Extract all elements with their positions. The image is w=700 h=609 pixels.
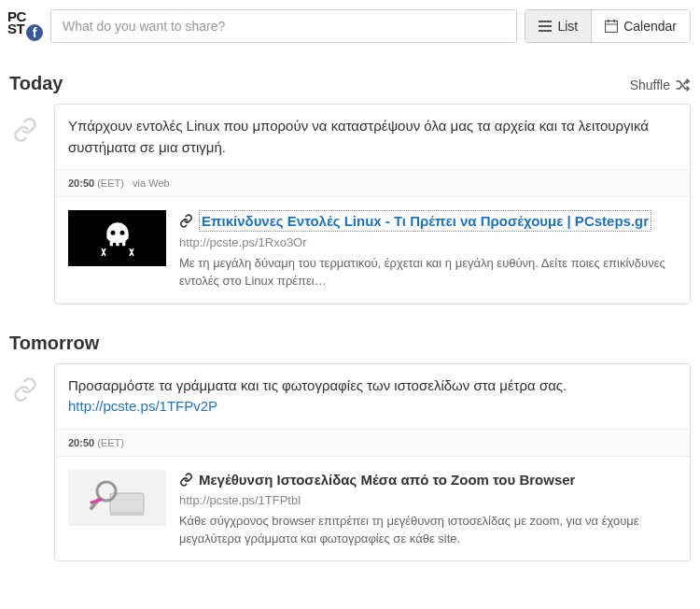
attachment-title-link[interactable]: Επικίνδυνες Εντολές Linux - Τι Πρέπει να…	[199, 210, 651, 232]
link-type-icon	[9, 363, 41, 403]
shuffle-label: Shuffle	[630, 78, 670, 92]
view-toggle: List Calendar	[525, 9, 691, 43]
post-row: Υπάρχουν εντολές Linux που μπορούν να κα…	[0, 98, 700, 310]
share-input[interactable]	[50, 9, 517, 43]
svg-rect-0	[539, 21, 552, 22]
list-icon	[539, 21, 552, 32]
post-attachment: Επικίνδυνες Εντολές Linux - Τι Πρέπει να…	[55, 196, 690, 304]
post-meta: 20:50 (EET) via Web	[55, 169, 690, 196]
attachment-title-text: Μεγέθυνση Ιστοσελίδας Μέσα από το Zoom τ…	[199, 470, 575, 489]
post-tz: (EET)	[97, 437, 124, 448]
account-logo[interactable]: PC ST f	[7, 11, 43, 41]
list-view-label: List	[557, 19, 578, 34]
attachment-content: Επικίνδυνες Εντολές Linux - Τι Πρέπει να…	[179, 210, 677, 290]
skull-icon	[99, 220, 136, 257]
svg-rect-8	[110, 512, 144, 516]
section-title: Today	[9, 73, 63, 94]
attachment-title: Επικίνδυνες Εντολές Linux - Τι Πρέπει να…	[179, 210, 677, 232]
post-text: Προσαρμόστε τα γράμματα και τις φωτογραφ…	[55, 364, 690, 429]
attachment-thumbnail	[68, 470, 166, 526]
facebook-icon: f	[24, 22, 45, 43]
calendar-view-label: Calendar	[623, 19, 677, 34]
attachment-content: Μεγέθυνση Ιστοσελίδας Μέσα από το Zoom τ…	[179, 470, 677, 548]
post-meta: 20:50 (EET)	[55, 429, 690, 456]
magnifier-icon	[90, 476, 146, 518]
section-header-tomorrow: Tomorrow	[0, 310, 700, 358]
attachment-desc: Κάθε σύγχρονος browser επιτρέπει τη μεγέ…	[179, 513, 677, 548]
section-title: Tomorrow	[9, 333, 99, 354]
link-icon	[179, 214, 193, 228]
calendar-icon	[605, 20, 618, 33]
svg-rect-2	[539, 30, 552, 32]
attachment-thumbnail	[68, 210, 166, 266]
post-text-link[interactable]: http://pcste.ps/1TFPv2P	[68, 398, 217, 414]
attachment-url: http://pcste.ps/1TFPtbl	[179, 493, 677, 507]
svg-rect-6	[614, 20, 616, 22]
post-row: Προσαρμόστε τα γράμματα και τις φωτογραφ…	[0, 358, 700, 568]
shuffle-icon	[676, 78, 691, 92]
shuffle-button[interactable]: Shuffle	[630, 78, 691, 92]
top-bar: PC ST f List Calendar	[0, 0, 700, 50]
post-text: Υπάρχουν εντολές Linux που μπορούν να κα…	[55, 105, 690, 169]
attachment-url: http://pcste.ps/1Rxo3Or	[179, 235, 677, 249]
attachment-title: Μεγέθυνση Ιστοσελίδας Μέσα από το Zoom τ…	[179, 470, 677, 489]
post-tz: (EET)	[97, 177, 124, 189]
post-time: 20:50	[68, 437, 94, 448]
link-icon	[12, 376, 38, 403]
link-icon	[179, 473, 193, 487]
post-time: 20:50	[68, 177, 94, 189]
post-attachment: Μεγέθυνση Ιστοσελίδας Μέσα από το Zoom τ…	[55, 456, 690, 561]
list-view-button[interactable]: List	[525, 10, 591, 42]
svg-rect-1	[539, 25, 552, 27]
post-card[interactable]: Προσαρμόστε τα γράμματα και τις φωτογραφ…	[54, 363, 691, 562]
svg-rect-5	[608, 20, 609, 22]
link-icon	[12, 117, 38, 143]
post-via: via Web	[133, 177, 170, 189]
section-header-today: Today Shuffle	[0, 50, 700, 98]
attachment-desc: Με τη μεγάλη δύναμη του τερματικού, έρχε…	[179, 255, 677, 290]
calendar-view-button[interactable]: Calendar	[591, 10, 690, 42]
svg-rect-3	[606, 21, 618, 33]
post-card[interactable]: Υπάρχουν εντολές Linux που μπορούν να κα…	[54, 104, 691, 304]
link-type-icon	[9, 104, 41, 143]
